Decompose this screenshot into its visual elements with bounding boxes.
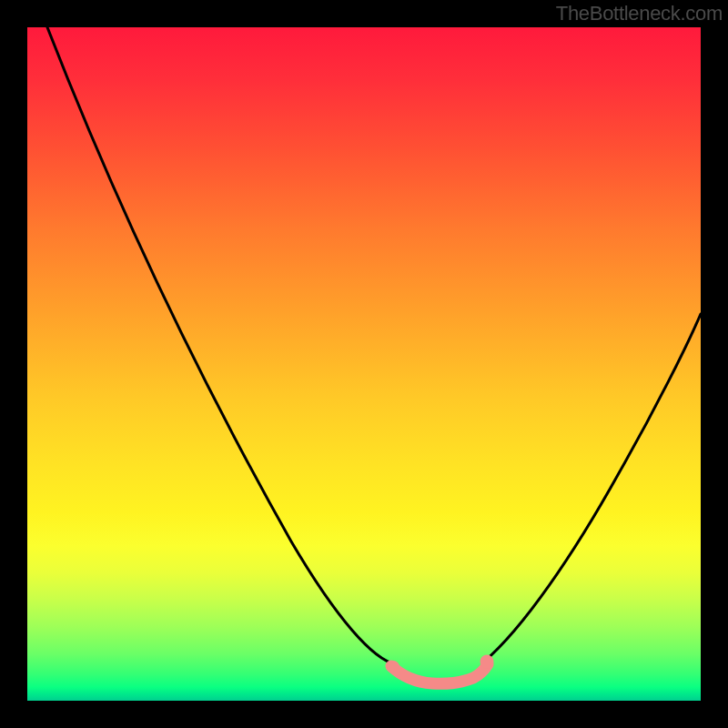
v-curve-right xyxy=(484,314,701,662)
attribution-text: TheBottleneck.com xyxy=(556,2,723,25)
flat-segment-line xyxy=(391,664,488,683)
flat-segment-end-dot xyxy=(480,655,494,669)
flat-segment-start-dot xyxy=(387,661,399,673)
curve-overlay xyxy=(27,27,701,701)
v-curve-left xyxy=(47,27,396,664)
plot-area xyxy=(27,27,701,701)
chart-frame: TheBottleneck.com xyxy=(0,0,728,728)
